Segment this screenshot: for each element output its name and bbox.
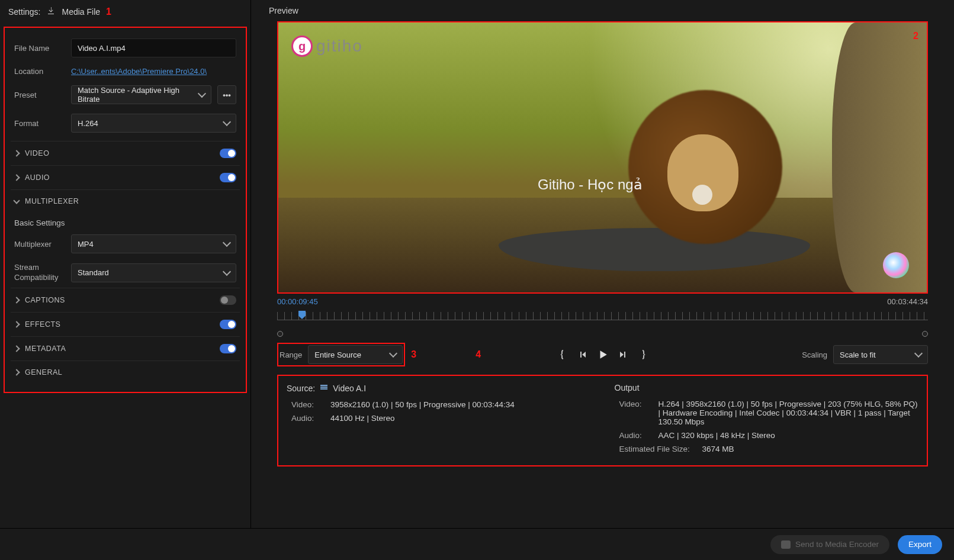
range-value: Entire Source xyxy=(314,350,361,359)
toggle-captions[interactable] xyxy=(220,295,236,305)
send-to-media-encoder-button: Send to Media Encoder xyxy=(770,535,889,554)
step-back-icon[interactable] xyxy=(577,349,589,361)
source-audio-value: 44100 Hz | Stereo xyxy=(330,414,591,423)
section-general[interactable]: GENERAL xyxy=(11,361,240,384)
source-sequence-icon xyxy=(320,383,328,393)
est-size-value: 3674 MB xyxy=(702,445,919,453)
file-name-input[interactable] xyxy=(71,38,236,57)
step-forward-icon[interactable] xyxy=(617,349,629,361)
section-effects-title: EFFECTS xyxy=(25,320,60,329)
media-file-label: Media File xyxy=(62,7,100,17)
section-general-title: GENERAL xyxy=(25,368,62,376)
source-label: Source: xyxy=(287,384,315,393)
scaling-value: Scale to fit xyxy=(840,350,876,359)
preview-header: Preview xyxy=(257,0,948,21)
output-video-value: H.264 | 3958x2160 (1.0) | 50 fps | Progr… xyxy=(659,400,919,426)
section-effects[interactable]: EFFECTS xyxy=(11,312,240,336)
source-video-value: 3958x2160 (1.0) | 50 fps | Progressive |… xyxy=(330,400,591,409)
chevron-down-icon xyxy=(223,118,231,126)
chevron-right-icon xyxy=(13,174,20,181)
annotation-marker-2: 2 xyxy=(913,31,918,41)
output-video-label: Video: xyxy=(619,400,653,426)
basic-settings-label: Basic Settings xyxy=(11,213,240,230)
section-multiplexer[interactable]: MULTIPLEXER xyxy=(11,189,240,213)
mark-in-icon[interactable] xyxy=(557,349,568,361)
range-label: Range xyxy=(280,350,302,359)
annotation-marker-1: 1 xyxy=(106,7,111,17)
multiplexer-select[interactable]: MP4 xyxy=(71,234,236,253)
preview-viewport[interactable]: g gitiho Gitiho - Học ngả 2 xyxy=(277,21,928,294)
export-button[interactable]: Export xyxy=(898,535,942,554)
preset-select[interactable]: Match Source - Adaptive High Bitrate xyxy=(71,85,211,104)
toggle-effects[interactable] xyxy=(220,320,236,329)
svg-rect-2 xyxy=(320,388,327,390)
location-label: Location xyxy=(14,67,65,76)
section-captions-title: CAPTIONS xyxy=(25,296,65,304)
location-link[interactable]: C:\User..ents\Adobe\Premiere Pro\24.0\ xyxy=(71,67,207,76)
section-captions[interactable]: CAPTIONS xyxy=(11,288,240,312)
source-video-label: Video: xyxy=(291,400,325,409)
output-audio-label: Audio: xyxy=(619,431,653,440)
chevron-down-icon xyxy=(13,197,20,204)
format-select[interactable]: H.264 xyxy=(71,114,236,133)
settings-panel: File Name Location C:\User..ents\Adobe\P… xyxy=(4,27,247,393)
section-multiplexer-title: MULTIPLEXER xyxy=(25,197,79,205)
play-icon[interactable] xyxy=(597,349,609,361)
section-audio[interactable]: AUDIO xyxy=(11,165,240,189)
toggle-video[interactable] xyxy=(220,149,236,158)
lens-flare-icon xyxy=(883,252,909,278)
scaling-select[interactable]: Scale to fit xyxy=(833,345,928,364)
format-value: H.264 xyxy=(78,119,98,128)
format-label: Format xyxy=(14,119,65,128)
output-audio-value: AAC | 320 kbps | 48 kHz | Stereo xyxy=(659,431,919,440)
send-label: Send to Media Encoder xyxy=(795,540,879,549)
range-select[interactable]: Entire Source xyxy=(308,345,403,364)
section-video-title: VIDEO xyxy=(25,149,49,157)
chevron-right-icon xyxy=(13,321,20,327)
preset-value: Match Source - Adaptive High Bitrate xyxy=(78,86,199,104)
chevron-right-icon xyxy=(13,345,20,352)
section-metadata[interactable]: METADATA xyxy=(11,336,240,361)
source-audio-label: Audio: xyxy=(291,414,325,423)
export-label: Export xyxy=(908,540,931,549)
section-metadata-title: METADATA xyxy=(25,345,66,353)
watermark-logo-icon: g xyxy=(291,36,313,57)
multiplexer-field-label: Multiplexer xyxy=(14,240,65,249)
est-size-label: Estimated File Size: xyxy=(619,445,696,453)
chevron-down-icon xyxy=(223,239,231,247)
source-name: Video A.I xyxy=(333,384,366,393)
multiplexer-value: MP4 xyxy=(78,240,94,249)
file-name-label: File Name xyxy=(14,44,65,53)
section-audio-title: AUDIO xyxy=(25,173,50,182)
preset-label: Preset xyxy=(14,91,65,99)
annotation-marker-4: 4 xyxy=(476,349,481,360)
range-slider[interactable] xyxy=(277,331,928,334)
summary-panel: Source: Video A.I Video: 3958x2160 (1.0)… xyxy=(277,375,928,466)
timeline-ruler[interactable] xyxy=(277,312,928,326)
import-icon[interactable] xyxy=(46,6,56,17)
overlay-title-text: Gitiho - Học ngả xyxy=(538,176,643,193)
annotation-marker-3: 3 xyxy=(411,349,416,360)
toggle-metadata[interactable] xyxy=(220,344,236,353)
chevron-down-icon xyxy=(389,349,397,358)
timecode-duration: 00:03:44:34 xyxy=(887,297,928,306)
section-video[interactable]: VIDEO xyxy=(11,141,240,165)
watermark-logo-text: gitiho xyxy=(316,37,363,56)
chevron-down-icon xyxy=(914,349,923,358)
timecode-current[interactable]: 00:00:09:45 xyxy=(277,297,318,306)
scaling-label: Scaling xyxy=(802,350,827,359)
svg-rect-0 xyxy=(320,385,327,386)
chevron-right-icon xyxy=(13,297,20,303)
preset-more-button[interactable]: ••• xyxy=(217,85,236,104)
mark-out-icon[interactable] xyxy=(637,349,649,361)
stream-compat-value: Standard xyxy=(78,268,109,277)
toggle-audio[interactable] xyxy=(220,173,236,182)
chevron-right-icon xyxy=(13,369,20,375)
settings-label: Settings: xyxy=(8,7,40,17)
media-encoder-icon xyxy=(781,540,791,549)
chevron-down-icon xyxy=(223,268,231,276)
output-label: Output xyxy=(615,383,640,392)
chevron-right-icon xyxy=(13,150,20,156)
svg-rect-1 xyxy=(320,387,327,388)
stream-compat-select[interactable]: Standard xyxy=(71,263,236,282)
